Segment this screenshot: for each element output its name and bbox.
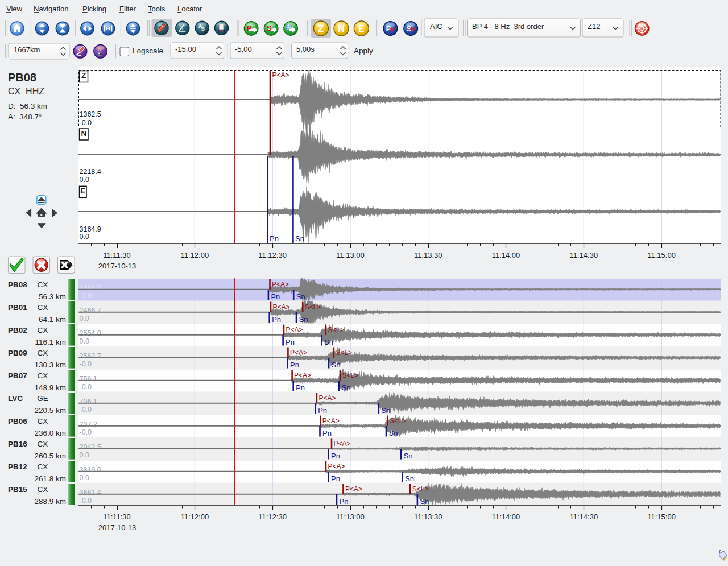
svg-text:Pn: Pn	[322, 429, 332, 437]
svg-text:11:13:30: 11:13:30	[414, 513, 442, 521]
svg-text:-15,00: -15,00	[175, 45, 196, 53]
svg-text:C: C	[204, 28, 208, 34]
svg-text:11:15:00: 11:15:00	[647, 251, 676, 259]
svg-text:64.1 km: 64.1 km	[39, 315, 66, 324]
svg-text:BP 4 - 8 Hz 3rd order: BP 4 - 8 Hz 3rd order	[472, 22, 544, 31]
svg-text:PB08: PB08	[8, 280, 27, 289]
svg-text:S<L>: S<L>	[336, 349, 352, 357]
svg-text:Logscale: Logscale	[133, 47, 163, 55]
svg-text:11:11:30: 11:11:30	[103, 251, 131, 259]
svg-text:0.0: 0.0	[80, 176, 89, 184]
svg-text:3164.9: 3164.9	[80, 225, 101, 233]
svg-text:CX: CX	[38, 280, 48, 289]
svg-text:11:12:00: 11:12:00	[180, 251, 209, 259]
svg-text:A: 348.7°: A: 348.7°	[8, 113, 42, 121]
svg-text:Pn: Pn	[290, 361, 299, 369]
svg-text:Sn: Sn	[332, 361, 341, 369]
svg-text:PB06: PB06	[8, 417, 27, 425]
svg-text:PB12: PB12	[8, 462, 27, 471]
svg-text:CX: CX	[38, 371, 48, 380]
svg-text:S<L>: S<L>	[342, 371, 359, 379]
svg-text:CX: CX	[38, 303, 48, 312]
svg-text:S<L>: S<L>	[328, 326, 344, 334]
svg-text:220.5 km: 220.5 km	[34, 406, 66, 415]
svg-text:11:11:30: 11:11:30	[103, 513, 131, 521]
svg-text:11:14:00: 11:14:00	[492, 513, 520, 521]
svg-text:116.1 km: 116.1 km	[35, 338, 66, 346]
svg-text:Z12: Z12	[588, 22, 600, 31]
svg-text:Pn: Pn	[318, 406, 327, 415]
svg-text:Sn: Sn	[404, 452, 413, 460]
svg-text:148.9 km: 148.9 km	[34, 383, 66, 392]
svg-text:S: S	[267, 24, 272, 32]
svg-text:-0.0: -0.0	[80, 428, 92, 436]
svg-text:P<A>: P<A>	[272, 280, 289, 288]
svg-text:3819.0: 3819.0	[80, 466, 101, 474]
svg-text:11:15:00: 11:15:00	[647, 513, 676, 521]
svg-text:N: N	[81, 129, 86, 138]
svg-text:Sn: Sn	[420, 497, 429, 506]
svg-text:Tools: Tools	[148, 5, 166, 13]
svg-text:-0.0: -0.0	[80, 292, 92, 300]
svg-text:CX: CX	[38, 417, 48, 425]
svg-text:E: E	[80, 187, 85, 195]
svg-text:-0.0: -0.0	[80, 406, 92, 414]
svg-text:11:12:30: 11:12:30	[258, 513, 287, 521]
svg-text:Picking: Picking	[82, 5, 106, 13]
svg-text:Pn: Pn	[271, 292, 280, 301]
svg-text:Sn: Sn	[405, 474, 414, 483]
svg-text:PB02: PB02	[8, 326, 27, 334]
svg-text:PB08: PB08	[8, 71, 36, 84]
svg-text:2017-10-13: 2017-10-13	[98, 262, 136, 270]
svg-text:11:12:30: 11:12:30	[258, 251, 287, 259]
svg-text:Pn: Pn	[340, 497, 349, 506]
svg-text:237.2: 237.2	[80, 420, 97, 428]
svg-text:5,00s: 5,00s	[296, 45, 315, 53]
svg-text:0.0: 0.0	[80, 233, 89, 241]
svg-text:2562.7: 2562.7	[80, 352, 101, 360]
svg-text:56.3 km: 56.3 km	[39, 292, 66, 301]
svg-text:CX: CX	[38, 326, 48, 334]
svg-text:P<A>: P<A>	[286, 326, 303, 334]
svg-text:Sn: Sn	[299, 315, 308, 324]
svg-text:Pn: Pn	[286, 338, 295, 346]
svg-text:11:13:00: 11:13:00	[336, 513, 365, 521]
svg-text:Pn: Pn	[270, 234, 279, 243]
svg-text:288.9 km: 288.9 km	[34, 497, 66, 506]
svg-text:E: E	[358, 24, 365, 34]
svg-text:Z: Z	[318, 24, 324, 34]
svg-text:11:13:30: 11:13:30	[414, 251, 442, 259]
svg-text:0.0: 0.0	[80, 451, 89, 459]
svg-text:0.0: 0.0	[80, 315, 89, 323]
svg-text:Sn: Sn	[295, 234, 304, 243]
svg-text:2554.0: 2554.0	[80, 329, 101, 337]
svg-text:Sn: Sn	[342, 383, 351, 392]
svg-text:PB16: PB16	[8, 440, 27, 448]
svg-text:S<L>: S<L>	[305, 303, 321, 311]
svg-text:-0.0: -0.0	[80, 497, 92, 505]
svg-text:Apply: Apply	[354, 47, 373, 55]
svg-text:CX: CX	[38, 440, 48, 448]
svg-text:D: 56.3 km: D: 56.3 km	[8, 102, 47, 110]
svg-text:PB07: PB07	[8, 371, 27, 380]
svg-text:P<A>: P<A>	[318, 394, 336, 402]
svg-text:2218.4: 2218.4	[80, 168, 101, 176]
svg-text:Sn: Sn	[381, 406, 390, 415]
svg-text:Locator: Locator	[177, 5, 202, 13]
svg-text:P<A>: P<A>	[322, 417, 340, 425]
svg-text:0.0: 0.0	[80, 337, 89, 345]
svg-text:260.5 km: 260.5 km	[34, 452, 66, 460]
svg-text:P<A>: P<A>	[345, 485, 362, 493]
svg-text:756.1: 756.1	[80, 375, 97, 383]
svg-text:S<L>: S<L>	[412, 485, 429, 493]
svg-text:236.0 km: 236.0 km	[34, 429, 66, 437]
svg-text:2017-10-13: 2017-10-13	[98, 523, 136, 532]
svg-text:706.1: 706.1	[80, 398, 97, 406]
svg-text:PB01: PB01	[8, 303, 27, 312]
svg-text:LVC: LVC	[8, 394, 23, 403]
svg-text:PB15: PB15	[8, 485, 27, 494]
svg-text:Pn: Pn	[272, 315, 281, 324]
svg-text:CX: CX	[38, 462, 48, 471]
svg-text:CX: CX	[38, 349, 48, 357]
svg-text:GE: GE	[37, 394, 48, 403]
